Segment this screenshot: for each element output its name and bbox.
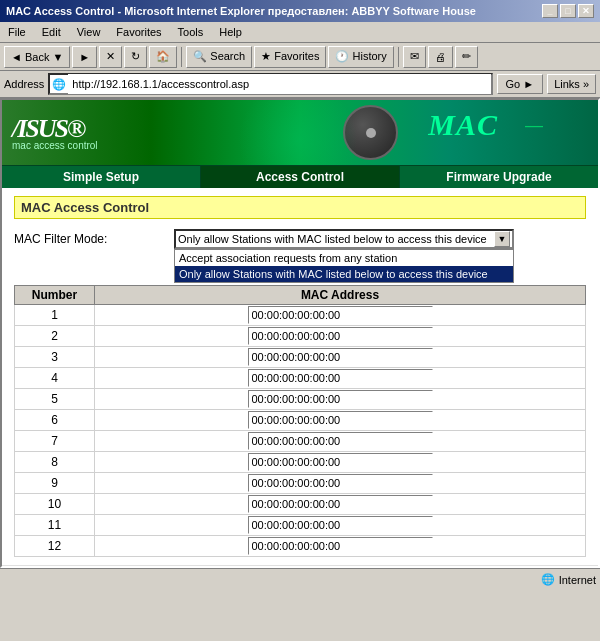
mac-address-input[interactable] xyxy=(248,516,433,534)
mac-subtitle: mac access control xyxy=(12,140,98,151)
table-row: 5 xyxy=(15,389,586,410)
filter-mode-dropdown[interactable]: Only allow Stations with MAC listed belo… xyxy=(174,229,514,249)
status-bar: 🌐 Internet xyxy=(0,568,600,590)
table-row: 12 xyxy=(15,536,586,557)
section-title: MAC Access Control xyxy=(14,196,586,219)
address-input[interactable] xyxy=(68,74,490,94)
menu-view[interactable]: View xyxy=(73,24,105,40)
filter-mode-control: Only allow Stations with MAC listed belo… xyxy=(174,229,586,249)
tab-access-control[interactable]: Access Control xyxy=(201,166,400,188)
mac-table: Number MAC Address 123456789101112 xyxy=(14,285,586,557)
mac-table-section: Number MAC Address 123456789101112 xyxy=(14,285,586,557)
row-number: 7 xyxy=(15,431,95,452)
mac-address-input[interactable] xyxy=(248,537,433,555)
row-mac xyxy=(95,305,586,326)
row-mac xyxy=(95,368,586,389)
internet-zone-icon: 🌐 xyxy=(541,573,555,586)
mac-disc-icon xyxy=(343,105,398,160)
favorites-button[interactable]: ★ Favorites xyxy=(254,46,326,68)
filter-dropdown-overlay: Accept association requests from any sta… xyxy=(174,249,514,283)
browser-content: /ISUS® mac access control MAC — Simple S… xyxy=(0,98,600,568)
row-mac xyxy=(95,494,586,515)
links-button[interactable]: Links » xyxy=(547,74,596,94)
mac-address-input[interactable] xyxy=(248,327,433,345)
mac-address-input[interactable] xyxy=(248,495,433,513)
row-number: 10 xyxy=(15,494,95,515)
row-number: 11 xyxy=(15,515,95,536)
row-mac xyxy=(95,389,586,410)
row-mac xyxy=(95,473,586,494)
menu-edit[interactable]: Edit xyxy=(38,24,65,40)
table-row: 2 xyxy=(15,326,586,347)
dropdown-option-2[interactable]: Only allow Stations with MAC listed belo… xyxy=(175,266,513,282)
row-mac xyxy=(95,431,586,452)
back-button[interactable]: ◄ Back ▼ xyxy=(4,46,70,68)
history-button[interactable]: 🕐 History xyxy=(328,46,393,68)
table-row: 4 xyxy=(15,368,586,389)
separator-2 xyxy=(398,47,399,67)
refresh-button[interactable]: ↻ xyxy=(124,46,147,68)
table-row: 11 xyxy=(15,515,586,536)
row-mac xyxy=(95,326,586,347)
search-button[interactable]: 🔍 Search xyxy=(186,46,252,68)
minimize-button[interactable]: _ xyxy=(542,4,558,18)
asus-header: /ISUS® mac access control MAC — xyxy=(2,100,598,165)
separator-1 xyxy=(181,47,182,67)
maximize-button[interactable]: □ xyxy=(560,4,576,18)
forward-button[interactable]: ► xyxy=(72,46,97,68)
row-mac xyxy=(95,515,586,536)
mac-address-input[interactable] xyxy=(248,432,433,450)
menu-file[interactable]: File xyxy=(4,24,30,40)
row-number: 4 xyxy=(15,368,95,389)
mac-brand-text: MAC xyxy=(428,108,498,142)
row-number: 6 xyxy=(15,410,95,431)
menu-tools[interactable]: Tools xyxy=(174,24,208,40)
mac-address-input[interactable] xyxy=(248,306,433,324)
mac-address-input[interactable] xyxy=(248,453,433,471)
mac-address-input[interactable] xyxy=(248,390,433,408)
col-number-header: Number xyxy=(15,286,95,305)
menu-help[interactable]: Help xyxy=(215,24,246,40)
row-mac xyxy=(95,452,586,473)
row-number: 9 xyxy=(15,473,95,494)
row-number: 3 xyxy=(15,347,95,368)
mac-address-input[interactable] xyxy=(248,348,433,366)
dropdown-option-1[interactable]: Accept association requests from any sta… xyxy=(175,250,513,266)
row-number: 8 xyxy=(15,452,95,473)
toolbar: ◄ Back ▼ ► ✕ ↻ 🏠 🔍 Search ★ Favorites 🕐 … xyxy=(0,43,600,71)
table-row: 10 xyxy=(15,494,586,515)
table-row: 9 xyxy=(15,473,586,494)
filter-mode-value: Only allow Stations with MAC listed belo… xyxy=(178,233,494,245)
address-label: Address xyxy=(4,78,44,90)
table-row: 3 xyxy=(15,347,586,368)
tab-simple-setup[interactable]: Simple Setup xyxy=(2,166,201,188)
nav-tabs: Simple Setup Access Control Firmware Upg… xyxy=(2,165,598,188)
title-bar: MAC Access Control - Microsoft Internet … xyxy=(0,0,600,22)
page-content: MAC Access Control MAC Filter Mode: Only… xyxy=(2,188,598,565)
window-controls: _ □ ✕ xyxy=(542,4,594,18)
dropdown-arrow-icon: ▼ xyxy=(494,231,510,247)
filter-mode-label: MAC Filter Mode: xyxy=(14,232,174,246)
stop-button[interactable]: ✕ xyxy=(99,46,122,68)
mac-address-input[interactable] xyxy=(248,474,433,492)
table-row: 7 xyxy=(15,431,586,452)
go-button[interactable]: Go ► xyxy=(497,74,544,94)
mac-decoration: — xyxy=(525,115,543,136)
internet-zone: 🌐 Internet xyxy=(541,573,596,586)
filter-mode-row: MAC Filter Mode: Only allow Stations wit… xyxy=(14,229,586,249)
table-row: 1 xyxy=(15,305,586,326)
menu-favorites[interactable]: Favorites xyxy=(112,24,165,40)
row-number: 1 xyxy=(15,305,95,326)
mail-button[interactable]: ✉ xyxy=(403,46,426,68)
row-number: 12 xyxy=(15,536,95,557)
col-mac-header: MAC Address xyxy=(95,286,586,305)
edit-button[interactable]: ✏ xyxy=(455,46,478,68)
mac-address-input[interactable] xyxy=(248,369,433,387)
print-button[interactable]: 🖨 xyxy=(428,46,453,68)
window-title: MAC Access Control - Microsoft Internet … xyxy=(6,5,476,17)
mac-address-input[interactable] xyxy=(248,411,433,429)
home-button[interactable]: 🏠 xyxy=(149,46,177,68)
row-mac xyxy=(95,536,586,557)
tab-firmware-upgrade[interactable]: Firmware Upgrade xyxy=(400,166,598,188)
close-button[interactable]: ✕ xyxy=(578,4,594,18)
